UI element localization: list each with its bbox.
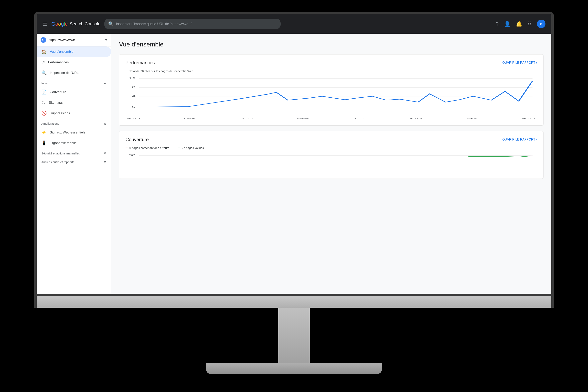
svg-text:8: 8 (132, 86, 136, 89)
topbar: ☰ Google Search Console 🔍 Inspecter n'im… (37, 14, 551, 34)
section-securite-title: Sécurité et actions manuelles (41, 152, 80, 155)
performances-chart-svg: 12 8 4 0 (126, 77, 537, 116)
sidebar-item-performances[interactable]: ↗ Performances (37, 57, 111, 68)
chevron-up-icon-2: ∧ (104, 121, 106, 126)
performances-chart: 12 8 4 0 (126, 77, 537, 116)
section-anciens[interactable]: Anciens outils et rapports ∨ (37, 157, 111, 166)
section-index-title: Index (41, 82, 48, 85)
page-title: Vue d'ensemble (119, 41, 544, 48)
hamburger-icon[interactable]: ☰ (42, 21, 48, 27)
couverture-card-header: Couverture OUVRIR LE RAPPORT › (126, 137, 537, 142)
svg-text:12: 12 (128, 77, 136, 80)
property-icon: C (40, 37, 46, 43)
google-logo: Google (51, 21, 68, 27)
couverture-card: Couverture OUVRIR LE RAPPORT › 0 pages c… (119, 131, 544, 179)
help-icon[interactable]: ? (496, 21, 498, 27)
svg-text:30: 30 (128, 154, 136, 157)
x-label-7: 04/03/2021 (466, 117, 479, 120)
sidebar-item-signaux[interactable]: ⚡ Signaux Web essentiels (37, 127, 111, 138)
coverage-icon: 📄 (41, 90, 47, 95)
sidebar-item-ergonomie[interactable]: 📱 Ergonomie mobile (37, 138, 111, 148)
x-label-4: 20/02/2021 (297, 117, 310, 120)
nav-label-signaux: Signaux Web essentiels (50, 130, 85, 134)
bell-icon[interactable]: 🔔 (516, 21, 522, 27)
mobile-icon: 📱 (41, 140, 47, 146)
couverture-chart-svg: 30 (126, 154, 537, 173)
performances-report-link[interactable]: OUVRIR LE RAPPORT › (502, 61, 537, 64)
chevron-down-icon-sec: ∨ (104, 151, 106, 156)
monitor-stand-neck (278, 308, 310, 366)
chevron-up-icon: ∧ (104, 81, 106, 85)
remove-icon: 🚫 (41, 111, 47, 116)
performances-title: Performances (126, 60, 155, 66)
x-label-2: 12/02/2021 (184, 117, 196, 120)
sidebar: C https://www.//wwe ▾ 🏠 Vue d'ensemble ↗… (37, 34, 111, 294)
nav-label-sitemaps: Sitemaps (49, 101, 63, 105)
inspect-icon: 🔍 (41, 70, 47, 76)
section-ameliorations-title: Améliorations (41, 122, 59, 125)
section-index[interactable]: Index ∧ (37, 78, 111, 87)
couverture-legend-errors: 0 pages contenant des erreurs (129, 146, 169, 150)
legend-red-dot (126, 148, 128, 148)
sidebar-item-vue-densemble[interactable]: 🏠 Vue d'ensemble (37, 46, 111, 57)
performances-legend: Total de 96 clics sur les pages de reche… (126, 70, 537, 73)
nav-label-suppressions: Suppressions (50, 111, 70, 115)
chevron-down-icon: ▾ (105, 38, 107, 42)
content-area: Vue d'ensemble Performances OUVRIR LE RA… (111, 34, 551, 294)
section-ameliorations[interactable]: Améliorations ∧ (37, 118, 111, 127)
x-label-8: 08/03/2021 (522, 117, 535, 120)
trending-icon: ↗ (41, 60, 45, 65)
legend-blue-dot (126, 71, 128, 71)
nav-label-vue: Vue d'ensemble (50, 50, 74, 54)
search-icon: 🔍 (108, 21, 114, 26)
couverture-report-link[interactable]: OUVRIR LE RAPPORT › (502, 138, 537, 141)
sitemap-icon: 🗂 (41, 100, 46, 105)
sidebar-item-sitemaps[interactable]: 🗂 Sitemaps (37, 98, 111, 108)
sidebar-item-inspection-url[interactable]: 🔍 Inspection de l'URL (37, 68, 111, 78)
performances-x-axis: 08/02/2021 12/02/2021 16/02/2021 20/02/2… (126, 117, 537, 120)
nav-label-inspection: Inspection de l'URL (50, 71, 78, 75)
performances-card-header: Performances OUVRIR LE RAPPORT › (126, 60, 537, 66)
x-label-5: 24/02/2021 (353, 117, 366, 120)
performances-card: Performances OUVRIR LE RAPPORT › Total d… (119, 54, 544, 126)
topbar-icons: ? 👤 🔔 ⠿ a (496, 20, 546, 28)
property-selector[interactable]: C https://www.//wwe ▾ (37, 34, 111, 46)
section-anciens-title: Anciens outils et rapports (41, 160, 74, 164)
monitor-chin (34, 296, 554, 308)
app-title: Search Console (70, 21, 100, 26)
couverture-title: Couverture (126, 137, 149, 142)
search-bar[interactable]: 🔍 Inspecter n'importe quelle URL de 'htt… (104, 18, 281, 29)
accounts-icon[interactable]: 👤 (504, 21, 510, 27)
x-label-6: 28/02/2021 (410, 117, 422, 120)
couverture-legend: 0 pages contenant des erreurs 27 pages v… (126, 146, 537, 150)
property-url: https://www.//wwe (48, 38, 105, 42)
nav-label-performances: Performances (48, 60, 69, 64)
couverture-legend-valid: 27 pages valides (182, 146, 204, 150)
avatar[interactable]: a (537, 20, 546, 28)
legend-green-dot (178, 148, 180, 148)
nav-label-couverture: Couverture (50, 90, 66, 94)
grid-icon[interactable]: ⠿ (528, 21, 531, 27)
svg-text:4: 4 (132, 94, 136, 98)
chevron-down-icon-anc: ∨ (104, 160, 106, 164)
sidebar-item-suppressions[interactable]: 🚫 Suppressions (37, 108, 111, 118)
search-placeholder: Inspecter n'importe quelle URL de 'https… (116, 22, 277, 26)
home-icon: 🏠 (41, 49, 47, 54)
section-securite[interactable]: Sécurité et actions manuelles ∨ (37, 148, 111, 157)
sidebar-item-couverture[interactable]: 📄 Couverture (37, 87, 111, 98)
vitals-icon: ⚡ (41, 130, 47, 135)
main-content: C https://www.//wwe ▾ 🏠 Vue d'ensemble ↗… (37, 34, 551, 294)
performances-legend-text: Total de 96 clics sur les pages de reche… (129, 70, 194, 73)
logo-area: Google Search Console (51, 21, 100, 27)
nav-label-ergonomie: Ergonomie mobile (50, 141, 77, 145)
monitor-stand-base (206, 362, 382, 374)
couverture-chart: 30 (126, 154, 537, 173)
svg-text:0: 0 (132, 105, 136, 108)
x-label-1: 08/02/2021 (128, 117, 140, 120)
x-label-3: 16/02/2021 (240, 117, 253, 120)
